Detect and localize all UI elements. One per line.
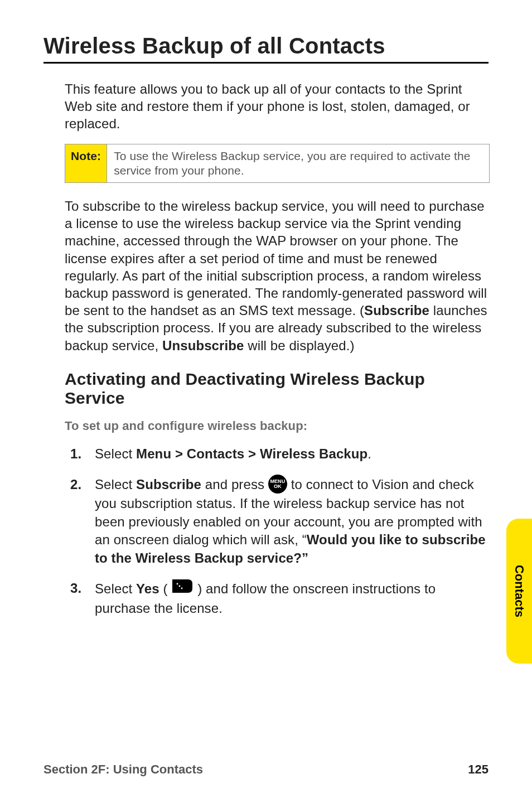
- svg-point-0: [177, 583, 178, 585]
- para2-unsubscribe: Unsubscribe: [162, 338, 244, 353]
- talk-key-icon: [171, 578, 194, 598]
- menu-key-bottom: OK: [274, 484, 282, 489]
- steps-list: 1. Select Menu > Contacts > Wireless Bac…: [65, 445, 489, 617]
- step-3-a: Select: [95, 581, 136, 596]
- page-title: Wireless Backup of all Contacts: [43, 33, 489, 59]
- step-2-a: Select: [95, 477, 136, 492]
- step-2-c: and press: [201, 477, 268, 492]
- note-box: Note: To use the Wireless Backup service…: [65, 144, 490, 183]
- svg-point-2: [181, 588, 183, 589]
- configure-label: To set up and configure wireless backup:: [65, 418, 489, 434]
- page: Wireless Backup of all Contacts This fea…: [0, 0, 532, 798]
- section-subhead: Activating and Deactivating Wireless Bac…: [65, 370, 489, 408]
- side-tab: Contacts: [506, 519, 532, 664]
- step-1-path: Menu > Contacts > Wireless Backup: [136, 446, 367, 461]
- step-2: 2. Select Subscribe and press MENU OK to…: [65, 476, 489, 567]
- menu-ok-key-icon: MENU OK: [268, 475, 287, 494]
- title-rule: [43, 62, 489, 64]
- footer-page-number: 125: [468, 762, 489, 777]
- step-3-number: 3.: [70, 579, 81, 597]
- step-2-subscribe: Subscribe: [136, 477, 201, 492]
- step-3: 3. Select Yes ( ) and follow the onscree…: [65, 579, 489, 618]
- para2-a: To subscribe to the wireless backup serv…: [65, 199, 487, 318]
- step-2-number: 2.: [70, 476, 81, 494]
- step-1-c: .: [367, 446, 371, 461]
- side-tab-label: Contacts: [512, 565, 526, 617]
- para2-c: will be displayed.): [244, 338, 355, 353]
- step-3-c: (: [159, 581, 172, 596]
- intro-paragraph: This feature allows you to back up all o…: [65, 80, 489, 133]
- step-1: 1. Select Menu > Contacts > Wireless Bac…: [65, 445, 489, 463]
- svg-point-1: [179, 586, 181, 587]
- step-1-a: Select: [95, 446, 136, 461]
- subscribe-paragraph: To subscribe to the wireless backup serv…: [65, 197, 489, 354]
- step-3-yes: Yes: [136, 581, 159, 596]
- page-footer: Section 2F: Using Contacts 125: [43, 762, 489, 777]
- step-1-number: 1.: [70, 445, 81, 463]
- para2-subscribe: Subscribe: [364, 303, 429, 318]
- note-text: To use the Wireless Backup service, you …: [107, 144, 489, 183]
- footer-section: Section 2F: Using Contacts: [43, 762, 203, 777]
- body-content: This feature allows you to back up all o…: [65, 80, 489, 618]
- note-label: Note:: [65, 144, 107, 183]
